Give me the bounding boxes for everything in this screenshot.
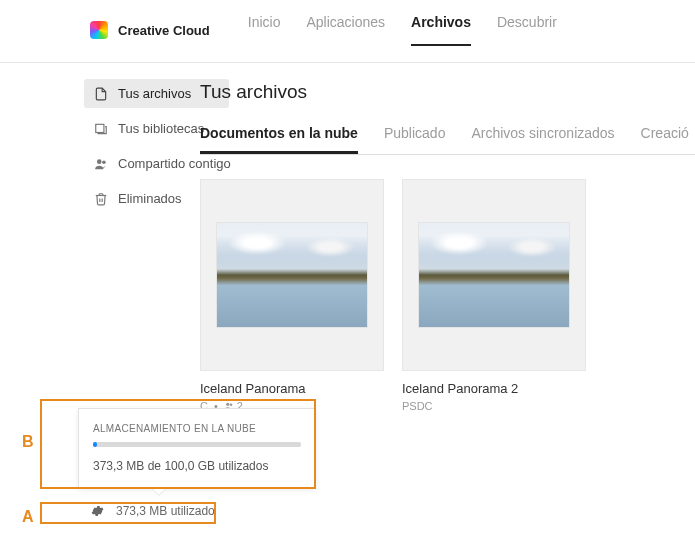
storage-tooltip-title: ALMACENAMIENTO EN LA NUBE — [93, 423, 301, 434]
tab-creacion[interactable]: Creació — [641, 125, 689, 154]
tabs: Documentos en la nube Publicado Archivos… — [200, 125, 695, 155]
nav-inicio[interactable]: Inicio — [248, 14, 281, 46]
callout-label-a: A — [22, 508, 34, 526]
file-grid: Iceland Panorama C • 2 Iceland Panorama … — [200, 179, 695, 412]
library-icon — [94, 122, 108, 136]
tab-documentos-nube[interactable]: Documentos en la nube — [200, 125, 358, 154]
page-title: Tus archivos — [200, 81, 695, 103]
file-card[interactable]: Iceland Panorama 2 PSDC — [402, 179, 586, 412]
file-thumbnail — [402, 179, 586, 371]
top-nav: Creative Cloud Inicio Aplicaciones Archi… — [0, 0, 695, 63]
landscape-image-icon — [419, 223, 569, 327]
main: Tus archivos Tus bibliotecas Compartido … — [0, 63, 695, 412]
nav-descubrir[interactable]: Descubrir — [497, 14, 557, 46]
creative-cloud-logo-icon — [90, 21, 108, 39]
svg-point-3 — [226, 403, 229, 406]
sidebar-item-label: Tus bibliotecas — [118, 121, 204, 136]
nav-links: Inicio Aplicaciones Archivos Descubrir — [248, 14, 557, 46]
landscape-image-icon — [217, 223, 367, 327]
trash-icon — [94, 192, 108, 206]
content: Tus archivos Documentos en la nube Publi… — [200, 63, 695, 412]
nav-aplicaciones[interactable]: Aplicaciones — [306, 14, 385, 46]
svg-point-1 — [97, 159, 102, 164]
file-thumbnail — [200, 179, 384, 371]
svg-point-4 — [230, 404, 233, 407]
file-name: Iceland Panorama 2 — [402, 381, 586, 396]
sidebar: Tus archivos Tus bibliotecas Compartido … — [0, 63, 200, 412]
storage-tooltip-text: 373,3 MB de 100,0 GB utilizados — [93, 459, 301, 473]
storage-footer: 373,3 MB utilizado — [90, 504, 215, 518]
file-type: PSDC — [402, 400, 433, 412]
svg-point-2 — [102, 160, 106, 164]
file-card[interactable]: Iceland Panorama C • 2 — [200, 179, 384, 412]
file-meta: PSDC — [402, 400, 586, 412]
tab-archivos-sincronizados[interactable]: Archivos sincronizados — [471, 125, 614, 154]
file-name: Iceland Panorama — [200, 381, 384, 396]
sidebar-item-label: Tus archivos — [118, 86, 191, 101]
storage-progress-fill — [93, 442, 97, 447]
people-icon — [94, 157, 108, 171]
callout-label-b: B — [22, 433, 34, 451]
nav-archivos[interactable]: Archivos — [411, 14, 471, 46]
storage-progress-track — [93, 442, 301, 447]
brand-label: Creative Cloud — [118, 23, 210, 38]
storage-footer-text: 373,3 MB utilizado — [116, 504, 215, 518]
brand: Creative Cloud — [90, 21, 210, 39]
file-icon — [94, 87, 108, 101]
svg-rect-0 — [96, 124, 104, 132]
sidebar-item-label: Eliminados — [118, 191, 182, 206]
gear-icon[interactable] — [90, 504, 104, 518]
storage-tooltip: ALMACENAMIENTO EN LA NUBE 373,3 MB de 10… — [78, 408, 316, 488]
tab-publicado[interactable]: Publicado — [384, 125, 446, 154]
